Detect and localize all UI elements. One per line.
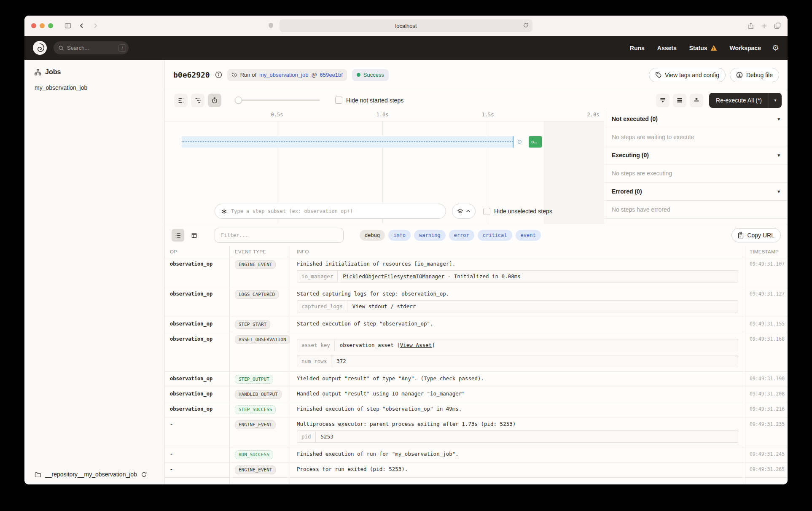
status-section-title: Executing (0): [612, 152, 649, 159]
hide-not-started-checkbox[interactable]: [335, 97, 342, 104]
status-section-header[interactable]: Executing (0)▾: [604, 146, 788, 164]
refresh-icon[interactable]: [141, 471, 147, 478]
log-row[interactable]: observation_opENGINE_EVENTFinished initi…: [165, 257, 788, 287]
log-row[interactable]: -ENGINE_EVENTMultiprocess executor: pare…: [165, 417, 788, 447]
step-box-observation-op[interactable]: o…: [529, 136, 542, 148]
column-header-info: INFO: [290, 246, 745, 257]
log-info-text: Started execution of step "observation_o…: [297, 320, 738, 327]
level-pill-error[interactable]: error: [449, 230, 474, 241]
sidebar-toggle-icon[interactable]: [64, 22, 72, 29]
step-subset-input[interactable]: [231, 208, 440, 214]
gantt-chart: 0.5s 1.0s 1.5s 2.0s: [165, 110, 604, 224]
expand-panel-button[interactable]: [656, 94, 669, 107]
new-tab-icon[interactable]: [761, 23, 767, 29]
metadata-text: View stdout / stderr: [352, 303, 416, 309]
log-event-type: STEP_OUTPUT: [230, 372, 290, 387]
log-info: Multiprocess executor: parent process ex…: [290, 417, 745, 447]
event-type-tag: STEP_START: [235, 320, 270, 329]
copy-url-button[interactable]: Copy URL: [731, 228, 781, 242]
status-section-body: No steps have errored: [604, 201, 788, 219]
status-section-header[interactable]: Not executed (0)▾: [604, 110, 788, 128]
level-pill-debug[interactable]: debug: [360, 230, 385, 241]
zoom-slider[interactable]: [236, 100, 320, 101]
collapse-panel-button[interactable]: [690, 94, 703, 107]
log-op: observation_op: [165, 372, 230, 387]
metadata-link[interactable]: PickledObjectFilesystemIOManager: [343, 273, 444, 280]
history-icon: [231, 72, 237, 78]
reexecute-all-button[interactable]: Re-execute All (*) ▾: [709, 93, 782, 108]
status-section-header[interactable]: Succeeded (1)▸: [604, 219, 788, 224]
empty-cell: [165, 478, 230, 484]
log-filter-field[interactable]: [215, 228, 344, 243]
dagster-logo[interactable]: [33, 41, 47, 55]
log-row[interactable]: observation_opLOGS_CAPTUREDStarted captu…: [165, 287, 788, 317]
close-window-button[interactable]: [31, 23, 36, 28]
repository-row[interactable]: __repository__my_observation_job: [24, 464, 164, 484]
status-section-header[interactable]: Errored (0)▾: [604, 183, 788, 201]
log-op: observation_op: [165, 287, 230, 317]
repository-name: __repository__my_observation_job: [45, 471, 137, 478]
column-header-timestamp: TIMESTAMP: [745, 246, 788, 257]
minimize-window-button[interactable]: [40, 23, 45, 28]
hide-unselected-checkbox[interactable]: [483, 208, 490, 215]
log-filter-input[interactable]: [221, 232, 337, 238]
info-icon[interactable]: [215, 71, 222, 78]
log-row[interactable]: -RUN_SUCCESSFinished execution of run fo…: [165, 447, 788, 463]
metadata-text: 372: [336, 358, 346, 364]
log-row[interactable]: observation_opASSET_OBSERVATIONasset_key…: [165, 332, 788, 372]
nav-item-assets[interactable]: Assets: [657, 45, 677, 51]
metadata-link[interactable]: View Asset: [400, 342, 432, 348]
gantt-timed-view-button[interactable]: [208, 94, 221, 107]
view-tags-config-button[interactable]: View tags and config: [649, 68, 726, 82]
log-info: Started capturing logs for step: observa…: [290, 287, 745, 317]
slider-knob[interactable]: [235, 97, 242, 104]
debug-file-button[interactable]: Debug file: [730, 68, 779, 82]
browser-window: localhost / Runs: [24, 16, 788, 484]
log-row[interactable]: observation_opSTEP_STARTStarted executio…: [165, 317, 788, 332]
reexecute-dropdown-button[interactable]: ▾: [769, 93, 782, 108]
nav-item-status[interactable]: Status: [689, 45, 717, 51]
log-list-view-button[interactable]: [172, 229, 184, 242]
global-search[interactable]: /: [54, 41, 129, 54]
log-op: observation_op: [165, 332, 230, 371]
back-icon[interactable]: [78, 22, 85, 29]
log-row[interactable]: observation_opSTEP_OUTPUTYielded output …: [165, 372, 788, 387]
step-duration-bar[interactable]: [182, 136, 514, 148]
log-event-type: ENGINE_EVENT: [230, 257, 290, 287]
log-table-header: OP EVENT TYPE INFO TIMESTAMP: [165, 246, 788, 257]
level-pill-warning[interactable]: warning: [414, 230, 446, 241]
step-status-panel: Not executed (0)▾No steps are waiting to…: [604, 110, 788, 224]
sidebar-item-job[interactable]: my_observation_job: [24, 84, 164, 91]
level-pill-info[interactable]: info: [388, 230, 411, 241]
level-pill-critical[interactable]: critical: [478, 230, 512, 241]
reload-icon[interactable]: [523, 22, 529, 28]
search-input[interactable]: [67, 45, 109, 51]
timeline-tick: 1.0s: [376, 112, 389, 118]
log-structured-view-button[interactable]: [188, 229, 200, 242]
nav-item-workspace[interactable]: Workspace: [730, 45, 761, 51]
gantt-flat-view-button[interactable]: [174, 94, 188, 107]
run-hash-link[interactable]: 659ee1bf: [320, 72, 343, 78]
log-row[interactable]: observation_opHANDLED_OUTPUTHandled outp…: [165, 387, 788, 402]
share-icon[interactable]: [747, 22, 754, 30]
log-row[interactable]: observation_opSTEP_SUCCESSFinished execu…: [165, 402, 788, 417]
log-event-type: HANDLED_OUTPUT: [230, 387, 290, 402]
run-tag-at: @: [311, 72, 317, 78]
gantt-waterfall-view-button[interactable]: [191, 94, 204, 107]
run-job-link[interactable]: my_observation_job: [259, 72, 308, 78]
step-subset-row: Hide unselected steps: [215, 204, 600, 219]
forward-icon[interactable]: [92, 22, 99, 29]
log-op: observation_op: [165, 257, 230, 287]
split-panel-button[interactable]: [673, 94, 686, 107]
gear-icon[interactable]: ⚙: [772, 43, 779, 53]
graph-query-button[interactable]: [452, 204, 476, 219]
nav-item-runs[interactable]: Runs: [630, 45, 645, 51]
log-row[interactable]: -ENGINE_EVENTProcess for run exited (pid…: [165, 463, 788, 478]
step-subset-field[interactable]: [215, 204, 446, 219]
level-pill-event[interactable]: event: [516, 230, 541, 241]
metadata-entry: num_rows372: [297, 355, 738, 367]
tab-overview-icon[interactable]: [774, 22, 781, 29]
log-event-type: ENGINE_EVENT: [230, 463, 290, 477]
zoom-window-button[interactable]: [48, 23, 53, 28]
url-bar[interactable]: localhost: [280, 19, 532, 32]
